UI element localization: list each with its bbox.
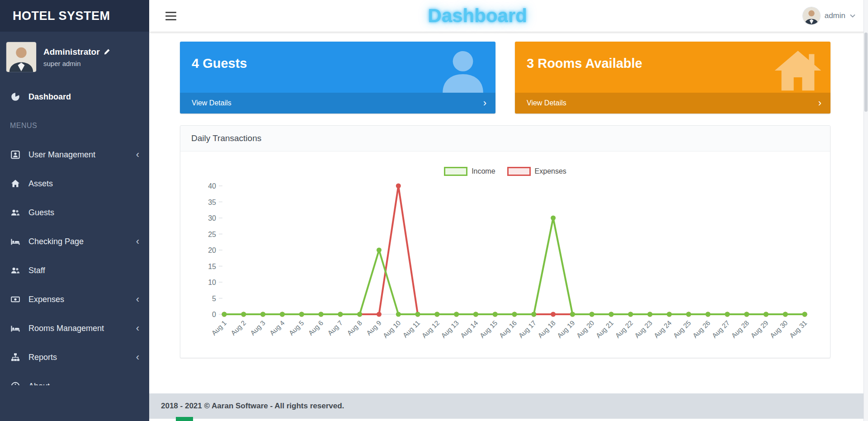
pencil-icon[interactable] — [104, 48, 110, 55]
chevron-right-icon: › — [818, 98, 821, 108]
svg-text:Aug 30: Aug 30 — [768, 319, 789, 340]
sidebar-item-guests[interactable]: Guests — [0, 198, 149, 227]
sidebar-nav: Dashboard MENUS User Management ‹ Assets… — [0, 82, 149, 385]
guests-view-details-link[interactable]: View Details › — [180, 93, 495, 114]
avatar-photo — [6, 42, 36, 72]
svg-text:0: 0 — [212, 311, 216, 318]
sidebar-item-about[interactable]: About — [0, 372, 149, 385]
svg-text:Aug 11: Aug 11 — [401, 319, 421, 339]
profile-name: Administrator — [43, 47, 100, 57]
sidebar: HOTEL SYSTEM Administrator super admin — [0, 0, 149, 421]
svg-text:Aug 20: Aug 20 — [575, 319, 595, 340]
panel-title: Daily Transactions — [180, 126, 830, 151]
sidebar-item-label: Guests — [28, 208, 54, 218]
sidebar-item-label: Reports — [28, 353, 57, 362]
username-label: admin — [825, 11, 845, 20]
sidebar-item-label: About — [28, 382, 50, 386]
svg-text:Aug 6: Aug 6 — [307, 319, 325, 337]
svg-text:Aug 22: Aug 22 — [613, 319, 634, 340]
users-icon — [11, 266, 21, 275]
svg-text:Aug 9: Aug 9 — [364, 319, 382, 337]
svg-text:Aug 23: Aug 23 — [633, 319, 654, 340]
sidebar-item-checking-page[interactable]: Checking Page ‹ — [0, 227, 149, 256]
svg-text:Aug 13: Aug 13 — [439, 319, 460, 340]
svg-text:Aug 15: Aug 15 — [478, 319, 499, 340]
svg-text:35: 35 — [208, 199, 216, 206]
users-icon — [11, 208, 21, 217]
user-avatar — [803, 7, 820, 24]
svg-text:Aug 2: Aug 2 — [229, 319, 247, 337]
svg-text:Aug 21: Aug 21 — [594, 319, 615, 340]
sidebar-item-assets[interactable]: Assets — [0, 169, 149, 198]
expenses-legend-swatch — [507, 167, 531, 176]
svg-text:Aug 12: Aug 12 — [420, 319, 441, 340]
footer-copyright: 2018 - 2021 © Aaran Software - All right… — [161, 402, 344, 411]
svg-text:Aug 7: Aug 7 — [326, 319, 344, 337]
bed-icon — [11, 324, 21, 333]
svg-text:Aug 17: Aug 17 — [517, 319, 538, 340]
hamburger-menu-icon[interactable] — [165, 12, 176, 20]
scrollbar-thumb[interactable] — [864, 33, 868, 112]
legend-income: Income — [444, 167, 495, 176]
footer: 2018 - 2021 © Aaran Software - All right… — [149, 393, 868, 419]
svg-text:15: 15 — [208, 263, 216, 270]
sidebar-item-expenses[interactable]: Expenses ‹ — [0, 285, 149, 314]
svg-text:40: 40 — [208, 182, 216, 190]
svg-text:10: 10 — [208, 279, 216, 286]
chevron-left-icon: ‹ — [136, 150, 139, 160]
daily-transactions-panel: Daily Transactions Income Expenses 05101… — [180, 125, 830, 358]
panel-body: Income Expenses 0510152025303540Aug 1Aug… — [180, 167, 830, 358]
svg-text:Aug 14: Aug 14 — [458, 319, 479, 340]
sidebar-item-label: Staff — [28, 266, 45, 275]
svg-text:Aug 5: Aug 5 — [287, 319, 305, 337]
chevron-right-icon: › — [483, 98, 486, 108]
user-profile: Administrator super admin — [0, 32, 149, 82]
svg-text:Aug 4: Aug 4 — [268, 319, 286, 337]
view-details-label: View Details — [527, 99, 566, 107]
sidebar-item-label: Checking Page — [28, 237, 84, 246]
svg-text:Aug 26: Aug 26 — [691, 319, 712, 340]
chevron-left-icon: ‹ — [136, 323, 139, 333]
svg-text:5: 5 — [212, 295, 216, 303]
svg-text:30: 30 — [208, 214, 216, 222]
sidebar-item-label: Assets — [28, 179, 53, 189]
svg-text:Aug 16: Aug 16 — [497, 319, 518, 340]
sidebar-item-reports[interactable]: Reports ‹ — [0, 343, 149, 372]
chevron-left-icon: ‹ — [136, 352, 139, 362]
svg-text:Aug 18: Aug 18 — [536, 319, 557, 340]
menus-section-label: MENUS — [0, 111, 149, 140]
info-icon — [11, 382, 21, 385]
sidebar-item-label: Rooms Management — [28, 324, 104, 333]
rooms-info-box: 3 Rooms Available View Details › — [515, 42, 830, 114]
chart-legend: Income Expenses — [184, 167, 826, 176]
svg-text:Aug 24: Aug 24 — [652, 319, 673, 340]
user-card-icon — [11, 150, 21, 159]
daily-transactions-chart: 0510152025303540Aug 1Aug 2Aug 3Aug 4Aug … — [189, 179, 822, 350]
guests-info-box: 4 Guests View Details › — [180, 42, 495, 114]
svg-text:Aug 27: Aug 27 — [710, 319, 731, 340]
svg-text:Aug 29: Aug 29 — [749, 319, 769, 340]
chevron-left-icon: ‹ — [136, 294, 139, 304]
svg-text:Aug 10: Aug 10 — [381, 319, 402, 340]
sidebar-item-label: User Management — [28, 150, 95, 160]
view-details-label: View Details — [192, 99, 231, 107]
money-icon — [11, 295, 21, 304]
chevron-left-icon: ‹ — [136, 237, 139, 246]
sidebar-item-rooms-management[interactable]: Rooms Management ‹ — [0, 314, 149, 343]
sidebar-item-staff[interactable]: Staff — [0, 256, 149, 285]
pie-chart-icon — [11, 92, 21, 101]
rooms-view-details-link[interactable]: View Details › — [515, 93, 830, 114]
sidebar-item-dashboard[interactable]: Dashboard — [0, 82, 149, 111]
sidebar-item-label: Dashboard — [28, 92, 71, 102]
chevron-down-icon — [850, 14, 855, 18]
profile-avatar — [6, 42, 36, 72]
user-menu[interactable]: admin — [803, 7, 855, 24]
bed-icon — [11, 237, 21, 246]
sidebar-item-user-management[interactable]: User Management ‹ — [0, 140, 149, 169]
svg-text:Aug 28: Aug 28 — [730, 319, 750, 340]
page-title: Dashboard — [428, 5, 527, 27]
vertical-scrollbar — [863, 0, 868, 421]
legend-expenses: Expenses — [507, 167, 566, 176]
svg-text:Aug 1: Aug 1 — [210, 319, 228, 337]
topbar: Dashboard admin — [149, 0, 868, 32]
